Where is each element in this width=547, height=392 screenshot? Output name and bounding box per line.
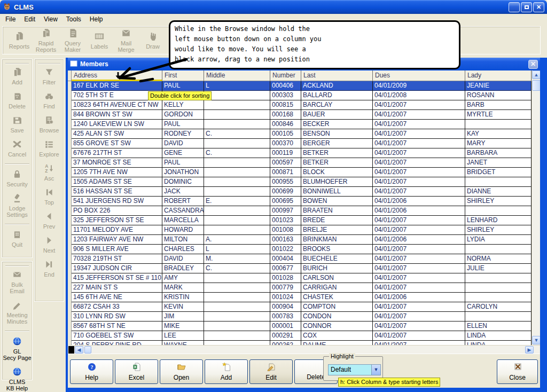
table-cell[interactable] [204,100,270,110]
table-cell[interactable]: BAUER [301,110,373,120]
table-cell[interactable]: 000119 [270,148,301,158]
table-cell[interactable]: 001008 [270,225,301,235]
table-row[interactable]: 1505 ADAMS ST SEDOMINIC000955BLUMHOEFER0… [68,177,540,187]
table-cell[interactable]: 04/01/2007 [373,139,465,148]
table-cell[interactable]: 310 LYNN RD SW [72,312,162,322]
table-cell[interactable]: L [204,245,270,254]
table-row[interactable]: 844 BROWN ST SWGORDON000168BAUER04/01/20… [68,110,540,120]
scroll-up-icon[interactable]: ▲ [532,70,540,79]
table-cell[interactable]: CARLSON [301,273,373,283]
table-cell[interactable]: DAUME [301,341,373,345]
table-cell[interactable]: 000779 [270,283,301,293]
table-cell[interactable]: CARRIGAN [301,283,373,293]
table-row[interactable]: 1205 7TH AVE NWJONATHON000871BLOCK04/01/… [68,168,540,177]
scroll-left-icon[interactable]: ◀ [75,346,83,354]
table-cell[interactable]: ROSANN [465,91,532,100]
table-row[interactable]: 1203 FAIRWAY AVE NWMILTONA.000163BRINKMA… [68,235,540,245]
table-cell[interactable] [204,225,270,235]
add-button[interactable]: Add [205,359,248,384]
sidebar-item-top[interactable]: Top [35,187,64,206]
table-cell[interactable]: 000406 [270,81,301,91]
table-cell[interactable]: JIM [162,312,204,322]
table-cell[interactable]: KRISTIN [162,293,204,302]
scroll-right-icon[interactable]: ▶ [525,346,534,354]
table-row[interactable]: 325 JEFFERSON ST SEMARCELLA001023BREDE04… [68,216,540,225]
open-button[interactable]: Open [160,359,203,384]
table-cell[interactable]: LENHARD [465,216,532,225]
horizontal-scroll-thumb[interactable] [84,346,91,354]
table-cell[interactable]: 04/01/2007 [373,312,465,322]
table-cell[interactable]: 000001 [270,322,301,331]
column-header-middle[interactable]: Middle [204,70,270,81]
table-row[interactable]: 8567 68TH ST NEMIKE000001CONNOR04/01/200… [68,322,540,331]
table-cell[interactable]: 541 JUERGENS RD SW [72,197,162,206]
table-cell[interactable]: 000871 [270,168,301,177]
highlight-dropdown[interactable]: Default ▼ [328,364,381,375]
sidebar-item-next[interactable]: Next [35,236,64,254]
table-cell[interactable]: WAYNE [162,341,204,345]
table-cell[interactable] [204,283,270,293]
table-cell[interactable]: BLOCK [301,168,373,177]
table-cell[interactable] [204,177,270,187]
table-cell[interactable] [465,293,532,302]
close-button[interactable]: ✕ [533,2,544,12]
table-cell[interactable] [465,245,532,254]
table-row[interactable]: 11701 MELODY AVEHOWARD001008BRELJE04/01/… [68,225,540,235]
toolbar-button-reports[interactable]: Reports [6,28,33,53]
table-cell[interactable] [465,120,532,129]
table-row[interactable]: 10823 64TH AVENUE CT NWKELLY000815BARCLA… [68,100,540,110]
chevron-down-icon[interactable]: ▼ [371,365,380,375]
table-cell[interactable]: 04/01/2007 [373,254,465,264]
table-cell[interactable]: 67676 217TH ST [72,148,162,158]
table-cell[interactable]: MILTON [162,235,204,245]
table-cell[interactable]: DAVID [162,254,204,264]
table-cell[interactable]: 04/01/2007 [373,216,465,225]
table-cell[interactable]: 11701 MELODY AVE [72,225,162,235]
table-row[interactable]: 145 6TH AVE NEKRISTIN001024CHASTEK04/01/… [68,293,540,302]
table-cell[interactable]: BUECHELE [301,254,373,264]
table-cell[interactable]: SHIRLEY [465,197,532,206]
table-cell[interactable]: PAUL [162,158,204,168]
table-cell[interactable]: 000168 [270,110,301,120]
table-cell[interactable]: BECKER [301,120,373,129]
table-cell[interactable]: PAUL [162,120,204,129]
table-cell[interactable]: 04/01/2007 [373,225,465,235]
column-header-last[interactable]: Last [301,70,373,81]
table-row[interactable]: 425 ALAN ST SWRODNEYC.000105BENSON04/01/… [68,129,540,139]
table-row[interactable]: 66872 CSAH 33KEVIN000904COMPTON04/01/200… [68,302,540,312]
table-cell[interactable]: LYDIA [465,235,532,245]
table-cell[interactable]: LINDA [465,341,532,345]
table-row[interactable]: 70328 219TH STDAVIDM.000404BUECHELE04/01… [68,254,540,264]
table-cell[interactable]: NORMA [465,254,532,264]
table-cell[interactable]: BLUMHOEFER [301,177,373,187]
sidebar-item-find[interactable]: Find [35,91,64,109]
table-cell[interactable]: BURICH [301,264,373,273]
table-cell[interactable]: 000695 [270,197,301,206]
table-cell[interactable]: 04/01/2006 [373,197,465,206]
table-cell[interactable]: 04/01/2007 [373,177,465,187]
table-cell[interactable]: 000699 [270,187,301,197]
table-cell[interactable]: AMY [162,273,204,283]
table-cell[interactable] [204,216,270,225]
column-header-address[interactable]: Address [72,70,162,81]
table-cell[interactable]: M. [204,254,270,264]
toolbar-button-query-maker[interactable]: Query Maker [59,28,86,53]
table-cell[interactable]: 04/01/2007 [373,283,465,293]
table-row[interactable]: 855 GROVE ST SWDAVID000370BERGER04/01/20… [68,139,540,148]
table-cell[interactable]: 04/01/2007 [373,110,465,120]
table-cell[interactable]: 145 6TH AVE NE [72,293,162,302]
table-cell[interactable] [204,120,270,129]
table-cell[interactable]: 66872 CSAH 33 [72,302,162,312]
table-cell[interactable]: 000677 [270,264,301,273]
toolbar-button-mail-merge[interactable]: Mail Merge [113,28,139,53]
table-cell[interactable]: BRIDGET [465,168,532,177]
table-cell[interactable]: 1205 7TH AVE NW [72,168,162,177]
table-cell[interactable]: 844 BROWN ST SW [72,110,162,120]
table-cell[interactable]: 04/01/2007 [373,100,465,110]
table-cell[interactable]: 1240 LAKEVIEW LN SW [72,120,162,129]
members-close-icon[interactable]: ✕ [528,60,538,69]
table-cell[interactable]: 000262 [270,341,301,345]
table-cell[interactable]: 04/01/2006 [373,293,465,302]
column-header-dues[interactable]: Dues [373,70,465,81]
table-cell[interactable]: BETKER [301,148,373,158]
